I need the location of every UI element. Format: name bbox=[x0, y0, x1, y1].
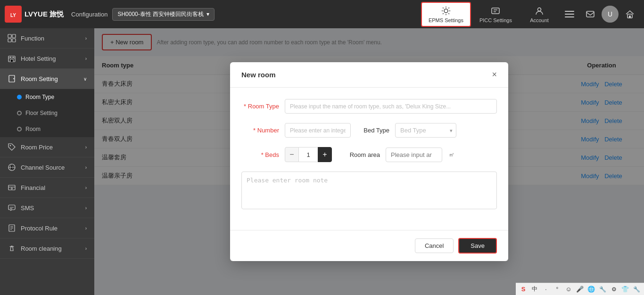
top-navigation: LY LVYUE 旅悦 Configuration SH0000-泰性 西安钟楼… bbox=[0, 0, 644, 28]
beds-value: 1 bbox=[299, 147, 318, 162]
gear-icon[interactable]: ⚙ bbox=[609, 285, 619, 294]
room-type-label: * Room Type bbox=[241, 103, 279, 110]
room-note-textarea[interactable] bbox=[241, 172, 497, 209]
hotel-selector[interactable]: SH0000-泰性 西安钟楼回民街客栈 ▾ bbox=[112, 8, 215, 21]
sidebar-sub-item-floor-setting[interactable]: Floor Setting bbox=[0, 105, 94, 121]
sidebar-item-protocol-rule[interactable]: Protocol Rule › bbox=[0, 218, 94, 238]
epms-settings-button[interactable]: EPMS Settings bbox=[421, 2, 471, 27]
account-button[interactable]: Account bbox=[520, 3, 558, 26]
sidebar-sub-item-room[interactable]: Room bbox=[0, 121, 94, 137]
picc-settings-icon bbox=[490, 6, 501, 16]
svg-point-4 bbox=[538, 8, 541, 11]
sidebar-sub-room-setting: Room Type Floor Setting Room bbox=[0, 89, 94, 137]
mail-icon-button[interactable] bbox=[581, 5, 600, 24]
emoji-icon[interactable]: ☺ bbox=[564, 285, 573, 294]
sidebar-item-room-cleaning[interactable]: Room cleaning › bbox=[0, 238, 94, 259]
sidebar-arrow: › bbox=[85, 165, 87, 170]
save-button[interactable]: Save bbox=[458, 238, 497, 254]
avatar[interactable]: U bbox=[602, 6, 619, 23]
skin-icon[interactable]: 👕 bbox=[620, 285, 630, 294]
room-area-input[interactable] bbox=[386, 148, 442, 162]
svg-rect-13 bbox=[8, 39, 11, 42]
sidebar-item-sms[interactable]: SMS › bbox=[0, 198, 94, 218]
modal-close-button[interactable]: × bbox=[492, 70, 497, 80]
sidebar-item-label: SMS bbox=[21, 205, 34, 212]
wrench-icon[interactable]: 🔧 bbox=[632, 285, 641, 294]
epms-settings-label: EPMS Settings bbox=[429, 17, 463, 23]
sidebar-item-label: Room cleaning bbox=[21, 245, 62, 252]
form-row-number-bed: * Number Bed Type Bed Type Single Double… bbox=[241, 123, 497, 138]
sidebar-sub-label: Room Type bbox=[25, 94, 54, 100]
settings-icon[interactable]: 🌐 bbox=[586, 285, 596, 294]
sidebar-sub-label: Floor Setting bbox=[25, 110, 58, 116]
svg-rect-17 bbox=[13, 57, 14, 58]
radio-filled-icon bbox=[17, 95, 22, 99]
sidebar-item-room-setting[interactable]: Room Setting ∨ bbox=[0, 69, 94, 89]
beds-decrement-button[interactable]: − bbox=[285, 147, 299, 162]
modal-footer: Cancel Save bbox=[230, 230, 508, 261]
svg-rect-14 bbox=[12, 39, 16, 42]
sidebar-arrow: › bbox=[85, 226, 87, 231]
picc-settings-button[interactable]: PICC Settings bbox=[473, 3, 519, 26]
sidebar: Function › Hotel Setting › Room Setting … bbox=[0, 28, 94, 295]
svg-point-2 bbox=[444, 9, 448, 13]
sidebar-arrow: › bbox=[85, 246, 87, 251]
modal-overlay: New room × * Room Type * Number Bed Type bbox=[94, 28, 644, 295]
sidebar-item-label: Channel Source bbox=[21, 164, 65, 171]
sidebar-arrow: › bbox=[85, 36, 87, 41]
topnav-right: EPMS Settings PICC Settings Account bbox=[421, 2, 639, 27]
mic-icon[interactable]: 🎤 bbox=[575, 285, 585, 294]
fullwidth-icon[interactable]: ° bbox=[553, 285, 562, 294]
home-button[interactable] bbox=[620, 5, 639, 24]
bottom-taskbar: S 中 · ° ☺ 🎤 🌐 🔧 ⚙ 👕 🔧 bbox=[516, 283, 644, 295]
chinese-mode-icon[interactable]: 中 bbox=[530, 285, 539, 294]
bed-type-select[interactable]: Bed Type Single Double King Twin bbox=[395, 123, 456, 138]
sidebar-item-label: Function bbox=[21, 35, 44, 42]
svg-point-19 bbox=[13, 78, 14, 79]
punctuation-icon[interactable]: · bbox=[541, 285, 551, 294]
mail-icon bbox=[586, 9, 595, 19]
sidebar-item-label: Financial bbox=[21, 184, 45, 191]
epms-settings-icon bbox=[441, 6, 451, 16]
avatar-initial: U bbox=[608, 10, 612, 18]
svg-text:LY: LY bbox=[10, 13, 16, 18]
sidebar-arrow: ∨ bbox=[83, 76, 87, 82]
logo-icon: LY bbox=[5, 6, 22, 23]
number-input[interactable] bbox=[285, 123, 351, 138]
modal-title: New room bbox=[241, 71, 276, 79]
svg-rect-12 bbox=[12, 34, 16, 38]
beds-stepper: − 1 + bbox=[285, 147, 332, 162]
sidebar-item-financial[interactable]: Financial › bbox=[0, 178, 94, 198]
beds-increment-button[interactable]: + bbox=[318, 147, 332, 162]
cleaning-icon bbox=[8, 244, 16, 253]
building-icon bbox=[8, 54, 16, 63]
sidebar-item-function[interactable]: Function › bbox=[0, 28, 94, 49]
logo-text: LVYUE 旅悦 bbox=[25, 10, 64, 19]
sougou-input-icon[interactable]: S bbox=[519, 285, 528, 294]
cancel-button[interactable]: Cancel bbox=[415, 238, 454, 253]
sms-icon bbox=[8, 204, 16, 212]
modal-header: New room × bbox=[230, 62, 508, 88]
sidebar-item-label: Protocol Rule bbox=[21, 225, 58, 232]
config-label: Configuration bbox=[71, 11, 107, 18]
room-area-label: Room area bbox=[347, 151, 380, 158]
hotel-name: SH0000-泰性 西安钟楼回民街客栈 bbox=[117, 10, 204, 18]
menu-icon-button[interactable] bbox=[560, 5, 579, 24]
hamburger-icon bbox=[565, 9, 574, 19]
sidebar-sub-item-room-type[interactable]: Room Type bbox=[0, 89, 94, 105]
sidebar-item-channel-source[interactable]: Channel Source › bbox=[0, 157, 94, 178]
sidebar-arrow: › bbox=[85, 145, 87, 150]
radio-empty-icon bbox=[17, 111, 22, 115]
svg-rect-5 bbox=[565, 11, 574, 12]
tools-icon[interactable]: 🔧 bbox=[598, 285, 607, 294]
modal-body: * Room Type * Number Bed Type Bed Type S… bbox=[230, 88, 508, 230]
sidebar-item-hotel-setting[interactable]: Hotel Setting › bbox=[0, 49, 94, 69]
svg-rect-10 bbox=[629, 16, 631, 18]
sidebar-item-label: Room Price bbox=[21, 144, 53, 151]
picc-settings-label: PICC Settings bbox=[479, 17, 512, 23]
sidebar-arrow: › bbox=[85, 185, 87, 190]
room-type-input[interactable] bbox=[285, 99, 497, 114]
bed-type-label: Bed Type bbox=[361, 127, 389, 134]
sidebar-item-room-price[interactable]: Room Price › bbox=[0, 137, 94, 157]
account-label: Account bbox=[530, 17, 549, 23]
